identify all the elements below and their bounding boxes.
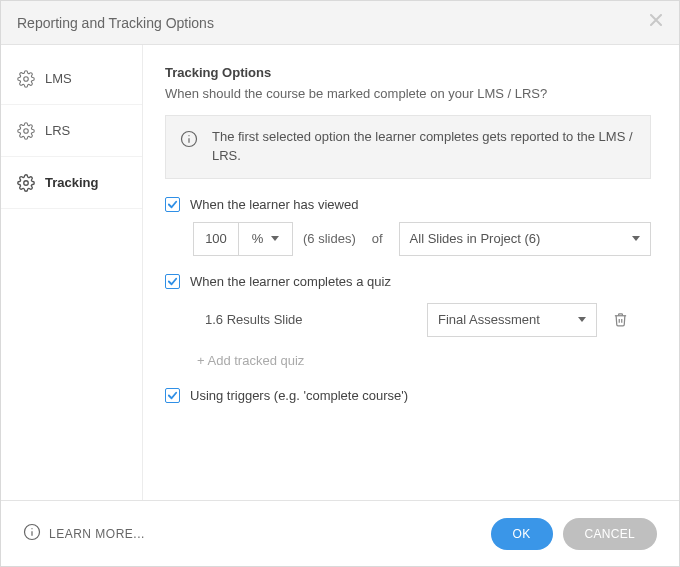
viewed-percent-value: 100 bbox=[205, 231, 227, 246]
svg-point-0 bbox=[24, 76, 29, 81]
viewed-unit-select[interactable]: % bbox=[239, 222, 293, 256]
sidebar-item-lms[interactable]: LMS bbox=[1, 53, 142, 105]
add-tracked-quiz-button[interactable]: + Add tracked quiz bbox=[197, 353, 651, 368]
delete-quiz-button[interactable] bbox=[611, 311, 629, 329]
ok-button[interactable]: OK bbox=[491, 518, 553, 550]
of-label: of bbox=[372, 231, 383, 246]
svg-point-1 bbox=[24, 128, 29, 133]
dialog-footer: LEARN MORE... OK CANCEL bbox=[1, 500, 679, 566]
sidebar-item-lrs[interactable]: LRS bbox=[1, 105, 142, 157]
option-viewed-row: When the learner has viewed bbox=[165, 197, 651, 212]
viewed-percent-input[interactable]: 100 bbox=[193, 222, 239, 256]
option-quiz-label: When the learner completes a quiz bbox=[190, 274, 391, 289]
cancel-label: CANCEL bbox=[585, 527, 635, 541]
info-text: The first selected option the learner co… bbox=[212, 128, 636, 166]
titlebar: Reporting and Tracking Options bbox=[1, 1, 679, 45]
cancel-button[interactable]: CANCEL bbox=[563, 518, 657, 550]
chevron-down-icon bbox=[578, 317, 586, 322]
viewed-scope-select[interactable]: All Slides in Project (6) bbox=[399, 222, 651, 256]
svg-point-5 bbox=[188, 135, 189, 136]
check-icon bbox=[167, 199, 178, 210]
option-triggers-row: Using triggers (e.g. 'complete course') bbox=[165, 388, 651, 403]
info-icon bbox=[180, 130, 198, 148]
ok-label: OK bbox=[513, 527, 531, 541]
check-icon bbox=[167, 276, 178, 287]
checkbox-quiz[interactable] bbox=[165, 274, 180, 289]
option-quiz-row: When the learner completes a quiz bbox=[165, 274, 651, 289]
quiz-select-value: Final Assessment bbox=[438, 312, 540, 327]
svg-point-8 bbox=[31, 528, 32, 529]
chevron-down-icon bbox=[271, 236, 279, 241]
sidebar: LMS LRS Tracking bbox=[1, 45, 143, 500]
check-icon bbox=[167, 390, 178, 401]
dialog-body: LMS LRS Tracking Tracking Options When s… bbox=[1, 45, 679, 500]
learn-more-link[interactable]: LEARN MORE... bbox=[23, 523, 145, 544]
main-panel: Tracking Options When should the course … bbox=[143, 45, 679, 500]
checkbox-triggers[interactable] bbox=[165, 388, 180, 403]
quiz-item-name: 1.6 Results Slide bbox=[193, 312, 413, 327]
viewed-unit-value: % bbox=[252, 231, 264, 246]
section-title: Tracking Options bbox=[165, 65, 651, 80]
viewed-slides-hint: (6 slides) bbox=[303, 231, 356, 246]
quiz-item-row: 1.6 Results Slide Final Assessment bbox=[193, 303, 651, 337]
info-icon bbox=[23, 523, 41, 544]
window-title: Reporting and Tracking Options bbox=[17, 15, 214, 31]
chevron-down-icon bbox=[632, 236, 640, 241]
gear-icon bbox=[17, 174, 35, 192]
sidebar-item-label: LMS bbox=[45, 71, 72, 86]
trash-icon bbox=[613, 312, 628, 327]
quiz-select[interactable]: Final Assessment bbox=[427, 303, 597, 337]
option-viewed-label: When the learner has viewed bbox=[190, 197, 358, 212]
viewed-controls: 100 % (6 slides) of All Slides in Projec… bbox=[193, 222, 651, 256]
gear-icon bbox=[17, 122, 35, 140]
section-subtitle: When should the course be marked complet… bbox=[165, 86, 651, 101]
close-button[interactable] bbox=[647, 11, 665, 29]
info-box: The first selected option the learner co… bbox=[165, 115, 651, 179]
learn-more-label: LEARN MORE... bbox=[49, 527, 145, 541]
svg-point-2 bbox=[24, 180, 29, 185]
close-icon bbox=[650, 14, 662, 26]
sidebar-item-label: LRS bbox=[45, 123, 70, 138]
checkbox-viewed[interactable] bbox=[165, 197, 180, 212]
gear-icon bbox=[17, 70, 35, 88]
sidebar-item-tracking[interactable]: Tracking bbox=[1, 157, 142, 209]
add-quiz-label: + Add tracked quiz bbox=[197, 353, 304, 368]
dialog-window: Reporting and Tracking Options LMS LRS bbox=[0, 0, 680, 567]
viewed-scope-value: All Slides in Project (6) bbox=[410, 231, 541, 246]
sidebar-item-label: Tracking bbox=[45, 175, 98, 190]
option-triggers-label: Using triggers (e.g. 'complete course') bbox=[190, 388, 408, 403]
